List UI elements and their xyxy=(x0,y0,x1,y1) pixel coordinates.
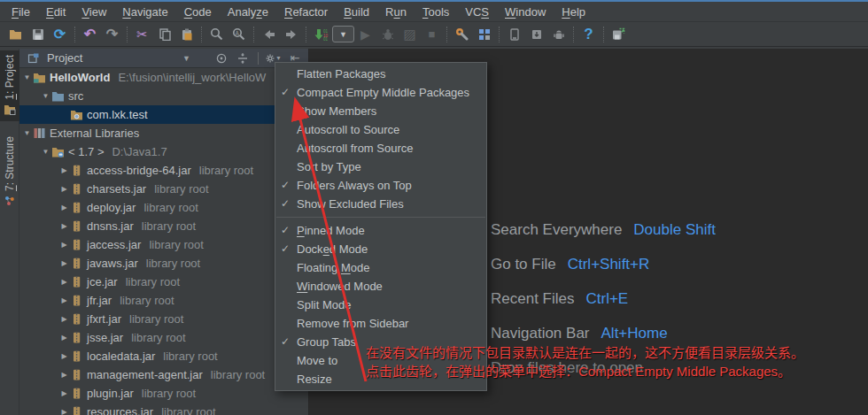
view-combo-arrow[interactable]: ▼ xyxy=(182,54,190,63)
tree-row-deploy-jar[interactable]: ▶deploy.jarlibrary root xyxy=(19,198,308,217)
project-stripe-icon xyxy=(4,104,16,118)
android-avd-icon[interactable] xyxy=(547,25,570,44)
menu-tools[interactable]: Tools xyxy=(415,3,457,21)
expand-arrow-closed[interactable]: ▶ xyxy=(58,241,70,249)
tree-row-jfxrt-jar[interactable]: ▶jfxrt.jarlibrary root xyxy=(19,310,308,328)
tree-item-suffix: library root xyxy=(149,238,203,251)
expand-arrow-closed[interactable]: ▶ xyxy=(58,222,70,230)
tree-row-charsets-jar[interactable]: ▶charsets.jarlibrary root xyxy=(19,180,308,198)
tree-row-external-libraries[interactable]: ▼External Libraries xyxy=(19,124,308,142)
replace-icon[interactable]: A xyxy=(228,25,250,44)
expand-arrow-closed[interactable]: ▶ xyxy=(58,334,70,342)
collapse-all-icon[interactable] xyxy=(235,50,251,66)
tree-row-management-agent-jar[interactable]: ▶management-agent.jarlibrary root xyxy=(19,365,308,384)
menu-help[interactable]: Help xyxy=(554,3,593,21)
settings-icon[interactable] xyxy=(451,25,473,44)
menu-view[interactable]: View xyxy=(74,3,114,21)
tree-row-dnsns-jar[interactable]: ▶dnsns.jarlibrary root xyxy=(19,217,308,235)
tree-row-1-7[interactable]: ▼< 1.7 >D:\Java1.7 xyxy=(19,142,308,161)
project-folder-icon xyxy=(33,72,48,83)
debug-icon[interactable] xyxy=(376,25,399,44)
menu-run[interactable]: Run xyxy=(377,3,415,21)
popup-item-sort-by-type[interactable]: Sort by Type xyxy=(275,158,486,176)
popup-item-show-excluded-files[interactable]: ✓Show Excluded Files xyxy=(275,195,486,213)
toolbar-separator xyxy=(499,27,500,42)
popup-item-remove-from-sidebar[interactable]: Remove from Sidebar xyxy=(275,314,486,333)
android-download-icon[interactable] xyxy=(525,25,547,44)
expand-arrow-open[interactable]: ▼ xyxy=(21,73,33,81)
open-icon[interactable] xyxy=(4,25,27,44)
run-config-combo[interactable]: ▼ xyxy=(332,25,354,44)
save-icon[interactable] xyxy=(27,25,49,44)
tree-row-jsse-jar[interactable]: ▶jsse.jarlibrary root xyxy=(19,328,308,347)
menu-analyze[interactable]: Analyze xyxy=(220,3,276,21)
menu-edit[interactable]: Edit xyxy=(38,3,74,21)
menu-code[interactable]: Code xyxy=(176,3,220,21)
tree-row-com-lxk-test[interactable]: com.lxk.test xyxy=(19,105,308,124)
paste-icon[interactable] xyxy=(175,25,198,44)
expand-arrow-closed[interactable]: ▶ xyxy=(58,278,70,286)
tree-row-jaccess-jar[interactable]: ▶jaccess.jarlibrary root xyxy=(19,235,308,254)
locate-icon[interactable] xyxy=(213,50,229,66)
find-icon[interactable] xyxy=(205,25,228,44)
back-icon[interactable] xyxy=(258,25,280,44)
popup-item-pinned-mode[interactable]: ✓Pinned Mode xyxy=(275,221,486,240)
popup-item-autoscroll-from-source[interactable]: Autoscroll from Source xyxy=(275,139,486,158)
menu-vcs[interactable]: VCS xyxy=(457,3,497,21)
cut-icon[interactable]: ✂ xyxy=(131,25,153,44)
forward-icon[interactable] xyxy=(280,25,302,44)
popup-item-folders-always-on-top[interactable]: ✓Folders Always on Top xyxy=(275,176,486,195)
toolbar-separator xyxy=(306,27,306,42)
expand-arrow-closed[interactable]: ▶ xyxy=(58,204,70,211)
expand-arrow-closed[interactable]: ▶ xyxy=(58,389,70,397)
expand-arrow-closed[interactable]: ▶ xyxy=(58,408,70,415)
menu-navigate[interactable]: Navigate xyxy=(114,3,175,21)
menu-build[interactable]: Build xyxy=(336,3,377,21)
run-icon[interactable]: ▶ xyxy=(354,25,376,44)
expand-arrow-closed[interactable]: ▶ xyxy=(58,371,70,379)
stripe-button-7-structure[interactable]: 7: Structure xyxy=(0,132,19,212)
tree-row-jce-jar[interactable]: ▶jce.jarlibrary root xyxy=(19,273,308,291)
save-all-icon[interactable] xyxy=(608,25,630,44)
menu-file[interactable]: File xyxy=(4,3,38,21)
redo-icon[interactable]: ↷ xyxy=(101,25,123,44)
popup-item-floating-mode[interactable]: Floating Mode xyxy=(275,258,486,277)
expand-arrow-closed[interactable]: ▶ xyxy=(58,315,70,323)
expand-arrow-open[interactable]: ▼ xyxy=(40,92,51,100)
tree-row-resources-jar[interactable]: ▶resources.jarlibrary root xyxy=(19,403,308,415)
update-project-icon[interactable]: 011001 xyxy=(310,25,332,44)
expand-arrow-closed[interactable]: ▶ xyxy=(58,259,70,267)
popup-item-compact-empty-middle-packages[interactable]: ✓Compact Empty Middle Packages xyxy=(275,83,486,102)
popup-item-windowed-mode[interactable]: Windowed Mode xyxy=(275,277,486,296)
shortcut-hint-recent-files: Recent FilesCtrl+E xyxy=(491,290,716,310)
popup-item-flatten-packages[interactable]: Flatten Packages xyxy=(275,65,486,83)
expand-arrow-open[interactable]: ▼ xyxy=(40,148,51,156)
expand-arrow-closed[interactable]: ▶ xyxy=(58,185,70,193)
project-structure-icon[interactable] xyxy=(473,25,495,44)
stop-icon[interactable]: ■ xyxy=(421,25,443,44)
tree-row-helloworld[interactable]: ▼HelloWorldE:\fusion\intellij_work\Hello… xyxy=(19,68,308,87)
help-icon[interactable]: ? xyxy=(577,25,600,44)
copy-icon[interactable] xyxy=(153,25,175,44)
tree-row-jfr-jar[interactable]: ▶jfr.jarlibrary root xyxy=(19,291,308,310)
menu-refactor[interactable]: Refactor xyxy=(276,3,336,21)
devices-icon[interactable] xyxy=(503,25,525,44)
tree-row-access-bridge-64-jar[interactable]: ▶access-bridge-64.jarlibrary root xyxy=(19,161,308,180)
popup-item-show-members[interactable]: Show Members xyxy=(275,102,486,120)
expand-arrow-closed[interactable]: ▶ xyxy=(58,296,70,304)
tree-row-javaws-jar[interactable]: ▶javaws.jarlibrary root xyxy=(19,254,308,273)
expand-arrow-open[interactable]: ▼ xyxy=(21,129,33,137)
tree-row-src[interactable]: ▼src xyxy=(19,87,308,105)
popup-item-autoscroll-to-source[interactable]: Autoscroll to Source xyxy=(275,120,486,139)
popup-item-docked-mode[interactable]: ✓Docked Mode xyxy=(275,240,486,258)
expand-arrow-closed[interactable]: ▶ xyxy=(58,166,70,174)
stripe-button-1-project[interactable]: 1: Project xyxy=(0,50,19,121)
menu-window[interactable]: Window xyxy=(497,3,554,21)
tree-row-localedata-jar[interactable]: ▶localedata.jarlibrary root xyxy=(19,347,308,365)
sync-icon[interactable]: ⟳ xyxy=(49,25,71,44)
coverage-icon[interactable]: ▨ xyxy=(399,25,421,44)
popup-item-split-mode[interactable]: Split Mode xyxy=(275,296,486,314)
undo-icon[interactable]: ↶ xyxy=(79,25,101,44)
tree-row-plugin-jar[interactable]: ▶plugin.jarlibrary root xyxy=(19,384,308,403)
expand-arrow-closed[interactable]: ▶ xyxy=(58,352,70,360)
